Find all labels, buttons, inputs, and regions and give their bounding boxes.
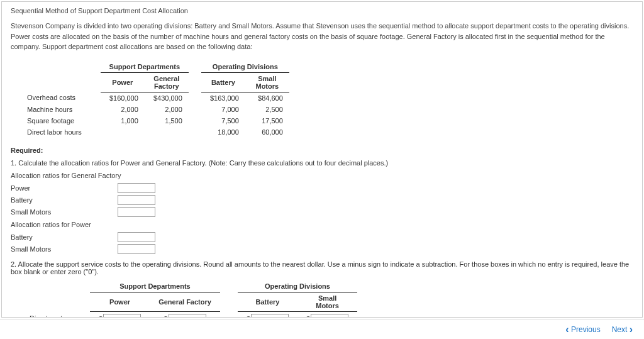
footer-bar: ‹ Previous Next › [0,319,644,339]
content-scroll-area[interactable]: Sequential Method of Support Department … [1,1,643,318]
ratio-label: Battery [11,233,118,241]
ratio-row: Power [11,183,633,193]
ratio-input-gf-smallmotors[interactable] [118,207,155,217]
ratio-row: Battery [11,195,633,205]
data-table: Support Departments Operating Divisions … [21,61,289,138]
ratio-input-power-battery[interactable] [118,232,155,242]
ratio-row: Battery [11,232,633,242]
intro-paragraph: Stevenson Company is divided into two op… [11,21,633,52]
col-battery: Battery [201,72,245,92]
group-support: Support Departments [101,61,189,73]
required-heading: Required: [11,147,633,154]
table-row: Direct costs $ $ $ $ [21,311,357,318]
allocation-table: Support Departments Operating Divisions … [21,281,357,318]
ratio-input-gf-power[interactable] [118,183,155,193]
table-row: Machine hours 2,000 2,000 7,000 2,500 [21,104,289,115]
ratio-row: Small Motors [11,207,633,217]
ratio-row: Small Motors [11,244,633,254]
table-row: Square footage 1,000 1,500 7,500 17,500 [21,115,289,126]
direct-cost-gf-input[interactable] [169,314,206,318]
col-small-motors-2: Small Motors [297,292,357,311]
direct-cost-power-input[interactable] [103,314,141,318]
ratio-label: Power [11,184,118,192]
ratios-power-heading: Allocation ratios for Power [11,221,633,228]
next-button[interactable]: Next › [612,325,633,335]
ratio-label: Small Motors [11,208,118,216]
previous-label: Previous [571,325,601,334]
chevron-right-icon: › [630,325,633,335]
direct-cost-sm-input[interactable] [311,314,348,318]
previous-button[interactable]: ‹ Previous [565,325,600,335]
col-general-factory: General Factory [145,72,189,92]
direct-cost-battery-input[interactable] [251,314,289,318]
table-row: Direct labor hours 18,000 60,000 [21,126,289,138]
next-label: Next [612,325,628,334]
ratios-gf-heading: Allocation ratios for General Factory [11,172,633,179]
col-general-factory-2: General Factory [150,292,220,311]
ratio-label: Battery [11,196,118,204]
requirement-1: 1. Calculate the allocation ratios for P… [11,159,633,167]
row-direct-costs: Direct costs [21,311,90,318]
group-support-2: Support Departments [90,281,220,292]
ratio-input-power-smallmotors[interactable] [118,244,155,254]
col-battery-2: Battery [238,292,297,311]
chevron-left-icon: ‹ [565,325,569,335]
ratio-input-gf-battery[interactable] [118,195,155,205]
group-operating-2: Operating Divisions [238,281,357,292]
col-power-2: Power [90,292,150,311]
ratio-label: Small Motors [11,245,118,253]
col-power: Power [101,72,145,92]
col-small-motors: Small Motors [245,72,289,92]
requirement-2: 2. Allocate the support service costs to… [11,260,633,275]
group-operating: Operating Divisions [201,61,289,73]
page-title: Sequential Method of Support Department … [11,7,633,14]
table-row: Overhead costs $160,000 $430,000 $163,00… [21,92,289,104]
